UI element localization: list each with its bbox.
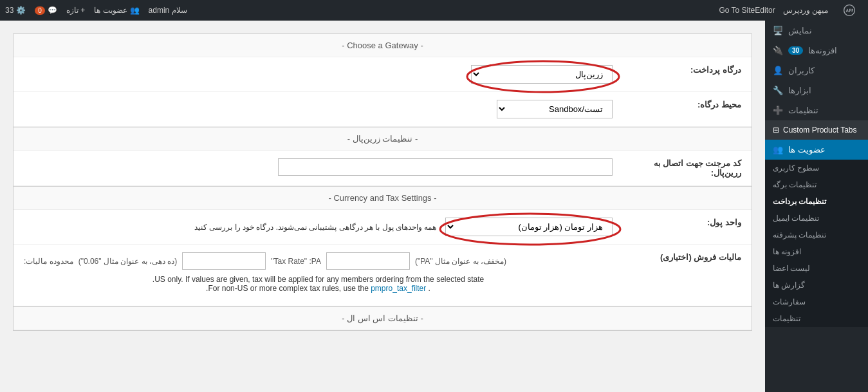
- submenu-item-addons[interactable]: افزونه ها: [765, 243, 868, 260]
- env-select[interactable]: تست/Sandbox زنده/Live: [497, 100, 613, 118]
- currency-table: واحد پول: هزار تومان (هزار تومان): [14, 210, 752, 306]
- currency-cell: هزار تومان (هزار تومان) همه واحدهای پول …: [14, 210, 623, 245]
- sidebar-item-tools[interactable]: ابزارها 🔧: [765, 80, 868, 100]
- sidebar-item-members[interactable]: عضویت ها 👥: [765, 140, 868, 160]
- env-row: محیط درگاه: تست/Sandbox زنده/Live: [14, 92, 752, 127]
- currency-section: - Currency and Tax Settings - واحد پول: …: [13, 187, 752, 307]
- users-label: کاربران: [788, 66, 815, 75]
- adminbar-site-name[interactable]: میهن وردپرس: [783, 6, 828, 15]
- plugins-badge: 30: [788, 46, 803, 55]
- tax-row: مالیات فروش (اختیاری) (مخفف، به عنوان مث…: [14, 245, 752, 306]
- submenu-item-payment-settings[interactable]: تنظیمات برداخت: [765, 193, 868, 210]
- gateway-section-header: - Choose a Gateway -: [14, 34, 752, 57]
- members-icon: 👥: [130, 6, 140, 15]
- settings-icon: ➕: [773, 106, 783, 115]
- display-label: نمایش: [788, 26, 812, 35]
- plugins-icon: 🔌: [773, 46, 783, 55]
- currency-row: واحد پول: هزار تومان (هزار تومان): [14, 210, 752, 245]
- main-content: - Choose a Gateway - درگاه پرداخت: زرین‌…: [0, 21, 765, 392]
- tax-state-input[interactable]: [326, 252, 410, 270]
- env-label: محیط درگاه:: [623, 92, 752, 127]
- members-menu-label: عضویت ها: [788, 145, 826, 154]
- tax-inputs-row: (مخفف، به عنوان مثال "PA") Tax Rate" :PA…: [24, 252, 613, 270]
- custom-product-tabs-icon: ⊟: [773, 126, 779, 135]
- env-cell: تست/Sandbox زنده/Live: [14, 92, 623, 127]
- tax-hint-right: (ده دهی، به عنوان مثال "0.06"): [78, 257, 178, 266]
- settings-wrap: - Choose a Gateway - درگاه پرداخت: زرین‌…: [0, 21, 765, 344]
- tax-label: مالیات فروش (اختیاری): [623, 245, 752, 306]
- currency-select[interactable]: هزار تومان (هزار تومان): [445, 218, 613, 236]
- members-submenu: سطوح کاربری تنظیمات برگه تنظیمات برداخت …: [765, 160, 868, 327]
- tax-rate-label: Tax Rate" :PA": [271, 257, 321, 266]
- zarinpal-section: - تنظیمات زرین‌پال - کد مرجنت جهت اتصال …: [13, 127, 752, 187]
- adminbar-right: سلام admin 👥 عضویت ها + تازه 💬 0 ⚙️ 33: [5, 6, 187, 15]
- submenu-item-page-settings[interactable]: تنظیمات برگه: [765, 176, 868, 193]
- submenu-item-settings[interactable]: تنظیمات: [765, 310, 868, 327]
- gateway-select[interactable]: زرین‌پال PayPal: [471, 65, 613, 84]
- sidebar-item-plugins[interactable]: افزونه‌ها 30 🔌: [765, 41, 868, 61]
- sidebar-item-users[interactable]: کاربران 👤: [765, 61, 868, 80]
- tax-note: .US only. If values are given, tax will …: [24, 270, 613, 298]
- submenu-item-reports[interactable]: گزارش ها: [765, 277, 868, 294]
- merchant-code-cell: [14, 151, 623, 186]
- currency-note: همه واحدهای پول با هر درگاهی پشتیبانی نم…: [194, 223, 436, 232]
- sidebar-item-custom-product-tabs[interactable]: Custom Product Tabs ⊟: [765, 120, 868, 140]
- currency-section-header: - Currency and Tax Settings -: [14, 187, 752, 210]
- submenu-item-email-settings[interactable]: تنظیمات ایمیل: [765, 210, 868, 227]
- zarinpal-section-header: - تنظیمات زرین‌پال -: [14, 127, 752, 151]
- gateway-table: درگاه پرداخت: زرین‌پال PayPal: [14, 57, 752, 127]
- users-icon: 👤: [773, 66, 783, 75]
- adminbar-goto-site-editor[interactable]: Go To SiteEditor: [719, 6, 775, 15]
- adminbar-members[interactable]: 👥 عضویت ها: [94, 6, 139, 15]
- admin-bar: میهن وردپرس Go To SiteEditor سلام admin …: [0, 0, 868, 21]
- wp-wrap: نمایش 🖥️ افزونه‌ها 30 🔌 کاربران 👤 ابزاره…: [0, 21, 868, 392]
- gateway-cell: زرین‌پال PayPal: [14, 57, 623, 92]
- adminbar-comments[interactable]: 💬 0: [35, 6, 57, 15]
- gateway-label: درگاه پرداخت:: [623, 57, 752, 92]
- gateway-section: - Choose a Gateway - درگاه پرداخت: زرین‌…: [13, 33, 752, 127]
- ssl-section-header: - تنظیمات اس اس ال -: [14, 307, 752, 330]
- pmpro-tax-filter-link[interactable]: pmpro_tax_filter: [371, 284, 426, 293]
- tools-label: ابزارها: [788, 86, 811, 95]
- submenu-item-members-list[interactable]: لیست اعضا: [765, 260, 868, 277]
- merchant-code-row: کد مرجنت جهت اتصال به ررین‌پال:: [14, 151, 752, 186]
- admin-menu: نمایش 🖥️ افزونه‌ها 30 🔌 کاربران 👤 ابزاره…: [765, 21, 868, 392]
- merchant-code-label: کد مرجنت جهت اتصال به ررین‌پال:: [623, 151, 752, 186]
- merchant-code-input[interactable]: [278, 158, 613, 176]
- submenu-item-orders[interactable]: سفارشات: [765, 294, 868, 310]
- tax-rate-input[interactable]: [182, 252, 266, 270]
- tax-hint-left: (مخفف، به عنوان مثال "PA"): [415, 257, 506, 266]
- ssl-section: - تنظیمات اس اس ال -: [13, 307, 752, 331]
- gateway-row: درگاه پرداخت: زرین‌پال PayPal: [14, 57, 752, 92]
- display-icon: 🖥️: [773, 26, 783, 35]
- zarinpal-table: کد مرجنت جهت اتصال به ررین‌پال:: [14, 151, 752, 186]
- currency-label: واحد پول:: [623, 210, 752, 245]
- tools-icon: 🔧: [773, 86, 783, 95]
- plugins-label: افزونه‌ها: [808, 46, 837, 55]
- adminbar-left: میهن وردپرس Go To SiteEditor: [719, 0, 863, 21]
- settings-label: تنظیمات: [788, 106, 818, 115]
- adminbar-wp-logo[interactable]: [836, 0, 863, 21]
- tax-domain-label: محدوده مالیات:: [24, 257, 73, 266]
- sidebar-item-display[interactable]: نمایش 🖥️: [765, 21, 868, 41]
- adminbar-updates[interactable]: ⚙️ 33: [5, 6, 26, 15]
- adminbar-admin-label: سلام admin: [149, 6, 187, 15]
- sidebar-item-settings[interactable]: تنظیمات ➕: [765, 100, 868, 120]
- custom-product-tabs-label: Custom Product Tabs: [783, 126, 857, 135]
- tax-cell: (مخفف، به عنوان مثال "PA") Tax Rate" :PA…: [14, 245, 623, 306]
- adminbar-new[interactable]: + تازه: [66, 6, 85, 15]
- members-menu-icon: 👥: [773, 145, 783, 154]
- submenu-item-advanced-settings[interactable]: تنظیمات پشرفته: [765, 227, 868, 243]
- submenu-item-levels[interactable]: سطوح کاربری: [765, 160, 868, 176]
